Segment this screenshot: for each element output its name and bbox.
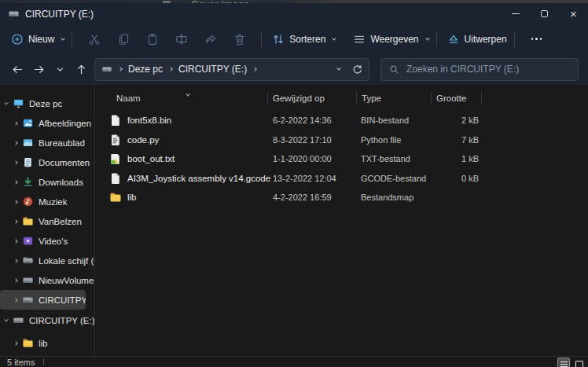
screen: Cover Image CIRCUITPY (E:) × Nieuw	[0, 0, 588, 367]
recent-locations-button[interactable]	[50, 65, 71, 74]
address-bar[interactable]: Deze pc CIRCUITPY (E:)	[94, 58, 369, 81]
trash-icon	[233, 33, 246, 46]
sidebar-item-circuitpy-selected[interactable]: CIRCUITPY (E:)	[0, 290, 86, 310]
navigation-pane: Deze pc Afbeeldingen Bureaublad Document…	[0, 85, 94, 356]
expand-chevron-icon[interactable]	[13, 259, 18, 263]
toolbar-divider	[72, 31, 72, 47]
sidebar-item-downloads[interactable]: Downloads	[0, 172, 94, 192]
sidebar-item-lib[interactable]: lib	[0, 333, 94, 353]
scissors-icon	[88, 33, 101, 46]
downloads-icon	[22, 176, 34, 188]
breadcrumb-chevron-icon	[118, 67, 123, 72]
file-row[interactable]: code.py 8-3-2022 17:10 Python file 7 kB	[95, 130, 588, 150]
explorer-body: Deze pc Afbeeldingen Bureaublad Document…	[0, 85, 588, 356]
column-header-name[interactable]: Naam	[116, 92, 267, 105]
chevron-down-icon	[61, 35, 66, 40]
see-more-button[interactable]	[525, 38, 549, 40]
refresh-icon[interactable]	[352, 64, 362, 75]
sidebar-item-afbeeldingen[interactable]: Afbeeldingen	[0, 113, 94, 133]
expand-chevron-icon[interactable]	[13, 341, 18, 346]
minimize-button[interactable]	[501, 3, 530, 24]
plus-circle-icon	[11, 33, 24, 46]
copy-button[interactable]	[108, 33, 138, 46]
view-button[interactable]: Weergeven	[353, 33, 428, 46]
forward-button[interactable]	[28, 64, 50, 75]
rename-icon	[175, 33, 188, 46]
sort-button[interactable]: Sorteren	[272, 33, 336, 46]
expand-chevron-icon[interactable]	[13, 298, 18, 303]
pictures-icon	[22, 117, 34, 129]
status-bar: 5 items	[0, 356, 588, 367]
sidebar-item-documenten[interactable]: Documenten	[0, 152, 94, 172]
sidebar-item-muziek[interactable]: Muziek	[0, 192, 94, 211]
share-button[interactable]	[196, 33, 225, 46]
rename-button[interactable]	[167, 33, 196, 46]
breadcrumb-this-pc[interactable]: Deze pc	[128, 64, 163, 75]
file-list-pane: Naam Gewijzigd op Type Grootte font5x8.b…	[95, 85, 588, 356]
maximize-button[interactable]	[530, 3, 559, 24]
icons-view-icon	[575, 361, 583, 367]
sidebar-item-lokale-schijf-c[interactable]: Lokale schijf (C	[0, 251, 94, 270]
eject-icon	[447, 33, 460, 46]
search-input[interactable]	[406, 64, 570, 75]
expand-chevron-icon[interactable]	[13, 200, 18, 204]
window-controls: ×	[501, 3, 588, 24]
paste-button[interactable]	[138, 33, 167, 46]
expand-chevron-icon[interactable]	[13, 239, 18, 244]
column-headers: Naam Gewijzigd op Type Grootte	[95, 88, 588, 108]
computer-icon	[13, 97, 24, 109]
sort-indicator-icon	[186, 89, 189, 98]
copy-icon	[117, 33, 130, 46]
icons-view-button[interactable]	[573, 358, 586, 367]
arrow-right-icon	[33, 64, 45, 75]
file-row[interactable]: boot_out.txt 1-1-2020 00:00 TXT-bestand …	[95, 149, 588, 169]
back-button[interactable]	[7, 64, 28, 75]
sidebar-item-bureaublad[interactable]: Bureaublad	[0, 133, 94, 152]
documents-icon	[22, 156, 34, 168]
expand-chevron-icon[interactable]	[4, 317, 9, 321]
music-icon	[22, 196, 34, 207]
up-button[interactable]	[71, 64, 92, 75]
file-row[interactable]: font5x8.bin 6-2-2022 14:36 BIN-bestand 2…	[95, 111, 588, 130]
delete-button[interactable]	[225, 33, 254, 46]
expand-chevron-icon[interactable]	[13, 121, 18, 126]
expand-chevron-icon[interactable]	[4, 100, 9, 105]
file-icon	[109, 114, 122, 127]
new-button[interactable]: Nieuw	[11, 33, 64, 46]
desktop-icon	[22, 137, 34, 149]
sidebar-item-nieuwvolume[interactable]: NieuwVolume (	[0, 270, 94, 290]
sidebar-item-deze-pc[interactable]: Deze pc	[0, 94, 94, 113]
close-button[interactable]: ×	[559, 3, 588, 24]
title-bar: CIRCUITPY (E:) ×	[0, 3, 588, 24]
breadcrumb-chevron-icon	[168, 67, 173, 72]
expand-chevron-icon[interactable]	[13, 141, 18, 145]
sort-arrows-icon	[272, 33, 285, 46]
search-box[interactable]	[380, 58, 579, 81]
sidebar-item-vanbelzen[interactable]: VanBelzen	[0, 211, 94, 231]
column-header-modified[interactable]: Gewijzigd op	[267, 92, 356, 105]
toolbar-divider	[436, 31, 437, 47]
eject-button[interactable]: Uitwerpen	[447, 33, 507, 46]
file-row[interactable]: AI3M_Joystick assembly v14.gcode 13-2-20…	[95, 169, 588, 189]
file-row[interactable]: lib 4-2-2022 16:59 Bestandsmap	[95, 188, 588, 207]
column-header-type[interactable]: Type	[356, 92, 431, 105]
sidebar-item-videos[interactable]: Video's	[0, 231, 94, 251]
clipboard-icon	[146, 33, 159, 46]
details-view-icon	[560, 361, 568, 367]
address-dropdown-icon[interactable]	[336, 66, 341, 71]
drive-icon	[13, 314, 24, 326]
expand-chevron-icon[interactable]	[13, 278, 18, 283]
details-view-button[interactable]	[557, 358, 570, 367]
drive-icon	[22, 294, 34, 306]
folder-icon	[22, 215, 34, 227]
cut-button[interactable]	[79, 33, 108, 46]
expand-chevron-icon[interactable]	[13, 180, 18, 185]
sidebar-item-circuitpy-root[interactable]: CIRCUITPY (E:)	[0, 310, 94, 330]
arrow-up-icon	[75, 64, 87, 75]
breadcrumb-drive[interactable]: CIRCUITPY (E:)	[178, 64, 247, 75]
toolbar-divider	[261, 31, 262, 47]
column-header-size[interactable]: Grootte	[431, 92, 482, 105]
command-bar: Nieuw	[0, 24, 588, 53]
expand-chevron-icon[interactable]	[13, 160, 18, 165]
expand-chevron-icon[interactable]	[13, 219, 18, 224]
